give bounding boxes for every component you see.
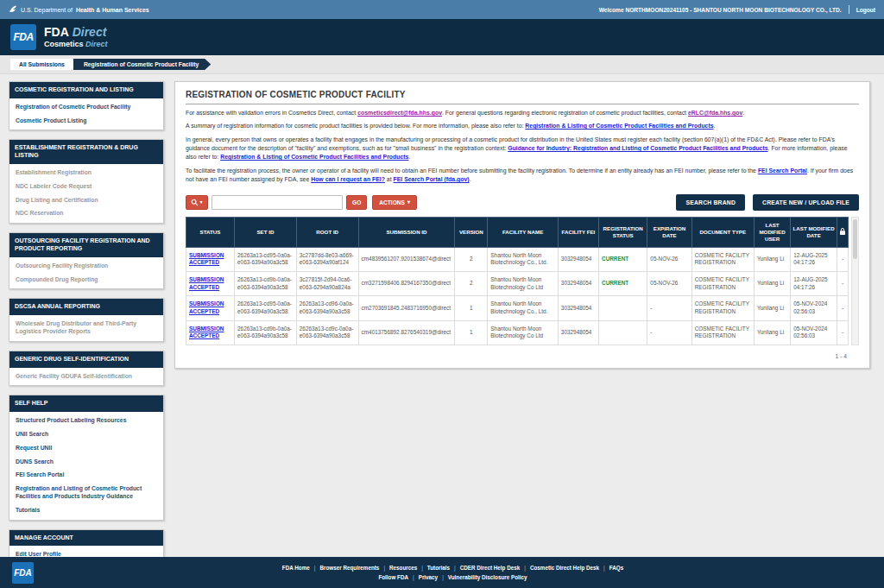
dept-prefix: U.S. Department of bbox=[21, 7, 73, 13]
document-type-cell: COSMETIC FACILITY REGISTRATION bbox=[691, 320, 754, 345]
actions-button[interactable]: ACTIONS ▾ bbox=[372, 195, 417, 210]
submission-status-link[interactable]: SUBMISSION ACCEPTED bbox=[189, 276, 224, 290]
app-title-accent: Direct bbox=[73, 25, 107, 39]
submission-id-cell: cm3271598406.8294167350@direct bbox=[358, 271, 455, 295]
root-id-cell: 3c2787dd-8e03-a669-e063-6394a90af124 bbox=[296, 247, 358, 271]
guidance-for-industry-link[interactable]: Guidance for Industry: Registration and … bbox=[508, 145, 767, 151]
search-input[interactable] bbox=[212, 195, 343, 210]
app-subtitle-accent: Direct bbox=[85, 40, 108, 48]
erlc-email-link[interactable]: eRLC@fda.hhs.gov bbox=[688, 110, 742, 116]
table-row: SUBMISSION ACCEPTED 26263a13-cd9b-0a0a-e… bbox=[186, 320, 849, 345]
logout-button[interactable]: Logout bbox=[856, 7, 875, 13]
search-brand-button[interactable]: SEARCH BRAND bbox=[676, 194, 745, 211]
last-modified-date-cell: 12-AUG-2025 04:17:26 bbox=[791, 271, 837, 295]
table-row: SUBMISSION ACCEPTED 26263a13-cd95-0a0a-e… bbox=[186, 247, 849, 271]
sidebar-item-tutorials[interactable]: Tutorials bbox=[9, 502, 163, 515]
col-document-type[interactable]: DOCUMENT TYPE bbox=[691, 217, 754, 247]
facility-fei-cell: 3032948054 bbox=[558, 247, 598, 271]
document-type-cell: COSMETIC FACILITY REGISTRATION bbox=[691, 247, 754, 271]
footer-link-resources[interactable]: Resources bbox=[389, 565, 417, 571]
footer-link-privacy[interactable]: Privacy bbox=[419, 574, 438, 580]
table-scrollbar[interactable] bbox=[851, 217, 859, 345]
sidebar-item-industry-guidance[interactable]: Registration and Listing of Cosmetic Pro… bbox=[9, 480, 163, 502]
sidebar-item-cosmetic-product-listing[interactable]: Cosmetic Product Listing bbox=[9, 112, 163, 126]
intro-paragraph-1: For assistance with validation errors in… bbox=[186, 109, 859, 117]
table-header-row: STATUS SET ID ROOT ID SUBMISSION ID VERS… bbox=[186, 217, 849, 247]
sidebar-section-outsourcing-facility: OUTSOURCING FACILITY REGISTRATION AND PR… bbox=[9, 232, 164, 289]
create-new-upload-file-button[interactable]: CREATE NEW / UPLOAD FILE bbox=[753, 194, 859, 211]
fda-footer-logo: FDA bbox=[12, 562, 34, 584]
section-title: ESTABLISHMENT REGISTRATION & DRUG LISTIN… bbox=[9, 140, 163, 164]
text: . bbox=[408, 154, 410, 160]
col-last-modified-user[interactable]: LAST MODIFIED USER bbox=[754, 217, 790, 247]
expiration-date-cell: 05-NOV-26 bbox=[647, 271, 691, 295]
lock-cell: - bbox=[837, 296, 848, 320]
utility-bar: U.S. Department of Health & Human Servic… bbox=[0, 0, 884, 19]
section-title: OUTSOURCING FACILITY REGISTRATION AND PR… bbox=[9, 233, 163, 257]
col-expiration-date[interactable]: EXPIRATION DATE bbox=[647, 217, 691, 247]
submission-id-cell: cm4839561207.9201538674@direct bbox=[358, 247, 455, 271]
col-registration-status[interactable]: REGISTRATION STATUS bbox=[599, 217, 647, 247]
last-modified-user-cell: Yunliang Li bbox=[754, 247, 790, 271]
footer-links-row-2: Follow FDA| Privacy| Vulnerability Discl… bbox=[378, 574, 527, 580]
footer-link-cder-direct-help-desk[interactable]: CDER Direct Help Desk bbox=[460, 565, 521, 571]
scrollbar-thumb[interactable] bbox=[853, 219, 857, 259]
last-modified-user-cell: Yunliang Li bbox=[754, 271, 790, 295]
search-icon bbox=[191, 199, 199, 206]
how-request-fei-link[interactable]: How can I request an FEI? bbox=[311, 176, 385, 182]
submissions-table: STATUS SET ID ROOT ID SUBMISSION ID VERS… bbox=[186, 217, 849, 345]
footer-link-faqs[interactable]: FAQs bbox=[609, 565, 623, 571]
text: at bbox=[385, 176, 394, 182]
footer-link-fda-home[interactable]: FDA Home bbox=[282, 565, 310, 571]
col-facility-name[interactable]: FACILITY NAME bbox=[488, 217, 559, 247]
footer-link-follow-fda[interactable]: Follow FDA bbox=[378, 574, 408, 580]
sidebar-item-duns-search[interactable]: DUNS Search bbox=[9, 453, 163, 467]
breadcrumb-all-submissions[interactable]: All Submissions bbox=[10, 59, 77, 70]
facility-name-cell: Shantou North Moon Biotechnology Co Ltd bbox=[488, 271, 559, 295]
sidebar-item-request-unii[interactable]: Request UNII bbox=[9, 439, 163, 453]
chevron-down-icon: ▾ bbox=[199, 199, 202, 205]
col-last-modified-date[interactable]: LAST MODIFIED DATE bbox=[791, 217, 837, 247]
lock-cell: - bbox=[837, 247, 848, 271]
sidebar-item-unii-search[interactable]: UNII Search bbox=[9, 426, 163, 439]
sidebar: COSMETIC REGISTRATION AND LISTING Regist… bbox=[9, 81, 164, 557]
app-subtitle: Cosmetics Direct bbox=[44, 41, 108, 48]
col-submission-id[interactable]: SUBMISSION ID bbox=[358, 217, 455, 247]
footer-link-tutorials[interactable]: Tutorials bbox=[427, 565, 450, 571]
search-menu-button[interactable]: ▾ bbox=[186, 195, 208, 210]
pagination-range: 1 - 4 bbox=[186, 345, 859, 363]
col-set-id[interactable]: SET ID bbox=[235, 217, 297, 247]
col-facility-fei[interactable]: FACILITY FEI bbox=[558, 217, 598, 247]
sidebar-item-spl-resources[interactable]: Structured Product Labeling Resources bbox=[9, 412, 163, 426]
sidebar-item-edit-user-profile[interactable]: Edit User Profile bbox=[9, 546, 163, 557]
footer-link-cosmetic-direct-help-desk[interactable]: Cosmetic Direct Help Desk bbox=[530, 565, 599, 571]
sidebar-item-registration-of-cosmetic-product-facility[interactable]: Registration of Cosmetic Product Facilit… bbox=[9, 98, 163, 112]
sidebar-item-fei-search-portal[interactable]: FEI Search Portal bbox=[9, 466, 163, 480]
fei-search-portal-fda-gov-link[interactable]: FEI Search Portal (fda.gov) bbox=[394, 176, 470, 182]
footer-link-browser-requirements[interactable]: Browser Requirements bbox=[319, 565, 379, 571]
submission-status-link[interactable]: SUBMISSION ACCEPTED bbox=[189, 252, 224, 266]
submission-status-link[interactable]: SUBMISSION ACCEPTED bbox=[189, 300, 224, 314]
sidebar-section-self-help: SELF HELP Structured Product Labeling Re… bbox=[9, 395, 164, 520]
col-status[interactable]: STATUS bbox=[186, 217, 235, 247]
chevron-down-icon: ▾ bbox=[407, 199, 410, 205]
col-version[interactable]: VERSION bbox=[455, 217, 488, 247]
fei-search-portal-link[interactable]: FEI Search Portal bbox=[758, 168, 807, 174]
version-cell: 2 bbox=[455, 271, 488, 295]
intro-paragraph-3: In general, every person that owns or op… bbox=[186, 136, 859, 162]
go-button[interactable]: GO bbox=[346, 195, 367, 210]
sidebar-section-manage-account: MANAGE ACCOUNT Edit User Profile Manage … bbox=[9, 529, 164, 557]
col-root-id[interactable]: ROOT ID bbox=[296, 217, 358, 247]
hhs-eagle-icon bbox=[9, 5, 17, 14]
registration-listing-link-2[interactable]: Registration & Listing of Cosmetic Produ… bbox=[220, 154, 408, 160]
table-row: SUBMISSION ACCEPTED 26263a13-cd95-0a0a-e… bbox=[186, 296, 849, 320]
root-id-cell: 26263a13-cd96-0a0a-e063-6394a90a3c58 bbox=[296, 296, 358, 320]
facility-name-cell: Shantou North Moon Biotechnology Co., Lt… bbox=[488, 247, 559, 271]
brand-header: FDA FDA Direct Cosmetics Direct bbox=[0, 19, 884, 55]
footer-link-vulnerability-disclosure-policy[interactable]: Vulnerability Disclosure Policy bbox=[448, 574, 527, 580]
welcome-text: Welcome NORTHMOON20241105 - SHANTOU NORT… bbox=[599, 7, 842, 13]
cosmeticsdirect-email-link[interactable]: cosmeticsdirect@fda.hhs.gov bbox=[357, 110, 442, 116]
root-id-cell: 26263a13-cd9c-0a0a-e063-6394a90a3c58 bbox=[296, 320, 358, 345]
registration-listing-link[interactable]: Registration & Listing of Cosmetic Produ… bbox=[525, 123, 713, 129]
submission-status-link[interactable]: SUBMISSION ACCEPTED bbox=[189, 326, 224, 339]
